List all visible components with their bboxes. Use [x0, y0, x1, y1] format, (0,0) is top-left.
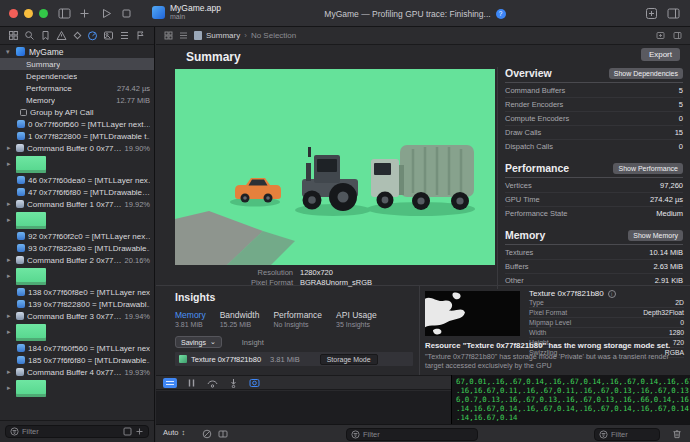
texture-thumbnail[interactable]	[425, 291, 520, 336]
frame-thumbnail-image	[16, 156, 46, 173]
sidebar-item-2[interactable]: Performance274.42 µs	[0, 82, 154, 94]
add-editor-icon[interactable]	[656, 31, 665, 40]
report-navigator-icon[interactable]	[135, 30, 146, 41]
sidebar-thumbnail-row[interactable]: ▸	[0, 322, 154, 342]
show-dependencies-button[interactable]: Show Dependencies	[609, 68, 683, 79]
sidebar-item-18[interactable]: 139 0x77f822800 = [MTLDrawabl…	[0, 298, 154, 310]
item-label: Command Buffer 2 0x77…	[27, 256, 122, 265]
insights-tab-api-usage[interactable]: API Usage35 Insights	[336, 310, 377, 328]
breadcrumb-summary[interactable]: Summary	[206, 31, 240, 40]
minimize-window-button[interactable]	[24, 9, 33, 18]
breadcrumb[interactable]: Summary › No Selection	[194, 31, 296, 40]
auto-scope-dropdown[interactable]: Auto↕	[163, 428, 185, 437]
console-output[interactable]: 67,0.01,.16,.67,0.14,.16,.67,0.14,.16,.6…	[452, 375, 690, 424]
zoom-window-button[interactable]	[39, 9, 48, 18]
sidebar-item-3[interactable]: Memory12.77 MiB	[0, 94, 154, 106]
sidebar-item-19[interactable]: ▸Command Buffer 3 0x77…19.94%	[0, 310, 154, 322]
sidebar-item-0[interactable]: Summary	[0, 58, 154, 70]
performance-navigator-icon[interactable]	[87, 30, 98, 41]
filter-scm-icon[interactable]	[135, 427, 144, 436]
sidebar-thumbnail-row[interactable]: ▸	[0, 378, 154, 398]
stop-button[interactable]	[120, 7, 133, 20]
trash-button[interactable]	[672, 429, 682, 439]
group-by-api-call-checkbox[interactable]	[20, 109, 27, 116]
run-button[interactable]	[100, 7, 113, 20]
sidebar-item-1[interactable]: Dependencies	[0, 70, 154, 82]
disclosure-icon[interactable]: ▸	[7, 256, 13, 264]
insights-tab-memory[interactable]: Memory3.81 MiB	[175, 310, 206, 328]
progress-indicator[interactable]: ?	[496, 9, 506, 19]
variables-filter-input[interactable]: Filter	[346, 428, 478, 441]
sidebar-item-17[interactable]: 138 0x77f60f8e0 = [MTLLayer nex…	[0, 286, 154, 298]
editor-layout-icon[interactable]	[667, 7, 680, 20]
sidebar-item-10[interactable]: 47 0x77f6f6f80 = [MTLDrawable…	[0, 186, 154, 198]
disclosure-icon[interactable]: ▸	[7, 200, 13, 208]
command-buffer-icon	[16, 312, 24, 320]
sidebar-item-11[interactable]: ▸Command Buffer 1 0x77…19.92%	[0, 198, 154, 210]
disclosure-icon[interactable]: ▸	[7, 328, 13, 336]
console-split-icon[interactable]	[218, 429, 228, 439]
show-memory-button[interactable]: Show Memory	[628, 230, 683, 241]
resource-icon	[17, 176, 25, 184]
checkbox-label: Group by API Call	[30, 108, 94, 117]
command-buffer-icon	[16, 256, 24, 264]
sidebar-item-14[interactable]: 93 0x77f822a80 = [MTLDrawable…	[0, 242, 154, 254]
insight-row[interactable]: Texture 0x77f821b80 3.81 MiB Storage Mod…	[175, 352, 413, 366]
disclosure-icon[interactable]: ▸	[7, 272, 13, 280]
sidebar-item-9[interactable]: 46 0x77f60dea0 = [MTLLayer nex…	[0, 174, 154, 186]
disclosure-icon[interactable]: ▸	[7, 312, 13, 320]
library-icon[interactable]	[645, 7, 658, 20]
sidebar-item-23[interactable]: ▸Command Buffer 4 0x77…19.93%	[0, 366, 154, 378]
info-icon[interactable]: i	[608, 290, 616, 298]
editor-options-icon[interactable]	[673, 31, 682, 40]
toggle-navigator-icon[interactable]	[58, 7, 71, 20]
clear-console-button[interactable]	[202, 429, 212, 439]
step-over-icon[interactable]	[206, 378, 219, 388]
project-navigator-icon[interactable]	[8, 30, 19, 41]
hierarchy-icon[interactable]	[179, 31, 188, 40]
test-navigator-icon[interactable]	[72, 30, 83, 41]
sidebar-item-13[interactable]: 92 0x77f60f2c0 = [MTLLayer nex…	[0, 230, 154, 242]
item-value: 19.92%	[125, 200, 150, 209]
disclosure-icon[interactable]: ▸	[7, 160, 13, 168]
disclosure-icon[interactable]: ▸	[7, 384, 13, 392]
sidebar-item-7[interactable]: ▸Command Buffer 0 0x77…19.90%	[0, 142, 154, 154]
variables-view[interactable]	[156, 391, 451, 424]
sidebar-root-item[interactable]: ▾ MyGame	[0, 45, 154, 58]
debug-navigator-icon[interactable]	[119, 30, 130, 41]
sidebar-thumbnail-row[interactable]: ▸	[0, 266, 154, 286]
sidebar-item-15[interactable]: ▸Command Buffer 2 0x77…20.16%	[0, 254, 154, 266]
sidebar-item-21[interactable]: 184 0x77f60f560 = [MTLLayer nex…	[0, 342, 154, 354]
sidebar-thumbnail-row[interactable]: ▸	[0, 210, 154, 230]
step-into-icon[interactable]	[227, 378, 240, 388]
memory-navigator-icon[interactable]	[103, 30, 114, 41]
bookmark-navigator-icon[interactable]	[40, 30, 51, 41]
frame-attachment-preview[interactable]	[175, 69, 495, 265]
sidebar-item-5[interactable]: 0 0x77f60f560 = [MTLLayer next…	[0, 118, 154, 130]
close-window-button[interactable]	[9, 9, 18, 18]
frame-capture-icon[interactable]	[248, 378, 261, 388]
disclosure-icon[interactable]: ▸	[7, 144, 13, 152]
debug-console-toggle-icon[interactable]	[163, 378, 177, 388]
search-navigator-icon[interactable]	[24, 30, 35, 41]
sidebar-item-6[interactable]: 1 0x77f822800 = [MTLDrawable t…	[0, 130, 154, 142]
console-filter-input[interactable]: Filter	[594, 428, 660, 441]
navigator-filter-input[interactable]: Filter	[5, 425, 149, 438]
related-items-icon[interactable]	[164, 31, 173, 40]
savings-dropdown[interactable]: Savings⌄	[175, 336, 222, 348]
show-performance-button[interactable]: Show Performance	[613, 163, 683, 174]
insights-tab-bandwidth[interactable]: Bandwidth15.25 MiB	[220, 310, 260, 328]
sidebar-thumbnail-row[interactable]: ▸	[0, 154, 154, 174]
export-button[interactable]: Export	[641, 48, 680, 61]
pause-icon[interactable]	[185, 378, 198, 388]
disclosure-icon[interactable]: ▸	[7, 368, 13, 376]
filter-recents-icon[interactable]	[123, 427, 132, 436]
disclosure-icon[interactable]: ▸	[7, 216, 13, 224]
disclosure-icon[interactable]: ▾	[6, 48, 12, 56]
insights-tab-performance[interactable]: PerformanceNo Insights	[273, 310, 322, 328]
root-label: MyGame	[29, 47, 63, 57]
sidebar-item-22[interactable]: 185 0x77f6f6f80 = [MTLDrawable…	[0, 354, 154, 366]
issue-navigator-icon[interactable]	[56, 30, 67, 41]
add-tab-icon[interactable]	[78, 7, 91, 20]
sidebar-item-4[interactable]: Group by API Call	[0, 106, 154, 118]
